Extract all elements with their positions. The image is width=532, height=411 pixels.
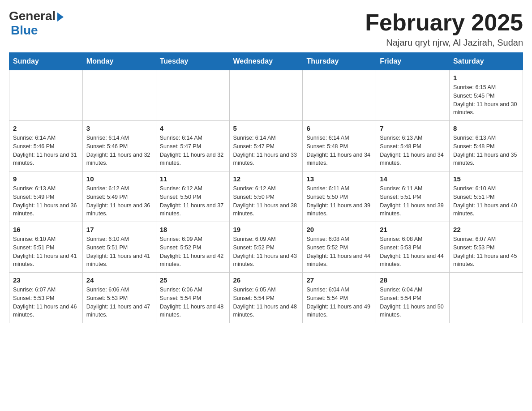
location-subtitle: Najaru qryt njrw, Al Jazirah, Sudan: [365, 38, 523, 48]
calendar-day-cell: 19Sunrise: 6:09 AM Sunset: 5:52 PM Dayli…: [229, 222, 303, 273]
day-info: Sunrise: 6:11 AM Sunset: 5:51 PM Dayligh…: [380, 184, 446, 218]
calendar-day-cell: 20Sunrise: 6:08 AM Sunset: 5:52 PM Dayli…: [303, 222, 376, 273]
weekday-header-sunday: Sunday: [9, 53, 83, 70]
day-number: 23: [13, 276, 79, 284]
calendar-day-cell: 17Sunrise: 6:10 AM Sunset: 5:51 PM Dayli…: [82, 222, 156, 273]
day-number: 4: [160, 124, 226, 132]
calendar-day-cell: 5Sunrise: 6:14 AM Sunset: 5:47 PM Daylig…: [229, 121, 303, 171]
calendar-day-cell: 11Sunrise: 6:12 AM Sunset: 5:50 PM Dayli…: [156, 171, 229, 222]
calendar-day-cell: 8Sunrise: 6:13 AM Sunset: 5:48 PM Daylig…: [450, 121, 523, 171]
day-info: Sunrise: 6:10 AM Sunset: 5:51 PM Dayligh…: [13, 235, 79, 269]
calendar-day-cell: 3Sunrise: 6:14 AM Sunset: 5:46 PM Daylig…: [82, 121, 156, 171]
day-info: Sunrise: 6:04 AM Sunset: 5:54 PM Dayligh…: [306, 286, 372, 319]
day-number: 10: [86, 175, 152, 183]
calendar-day-cell: 10Sunrise: 6:12 AM Sunset: 5:49 PM Dayli…: [82, 171, 156, 222]
day-info: Sunrise: 6:05 AM Sunset: 5:54 PM Dayligh…: [233, 286, 299, 319]
calendar-day-cell: 16Sunrise: 6:10 AM Sunset: 5:51 PM Dayli…: [9, 222, 83, 273]
day-number: 9: [13, 175, 79, 183]
calendar-day-cell: [9, 70, 83, 121]
day-info: Sunrise: 6:14 AM Sunset: 5:46 PM Dayligh…: [13, 134, 79, 167]
calendar-week-row: 9Sunrise: 6:13 AM Sunset: 5:49 PM Daylig…: [9, 171, 523, 222]
day-info: Sunrise: 6:13 AM Sunset: 5:48 PM Dayligh…: [453, 134, 519, 167]
day-info: Sunrise: 6:08 AM Sunset: 5:53 PM Dayligh…: [380, 235, 446, 269]
day-info: Sunrise: 6:14 AM Sunset: 5:48 PM Dayligh…: [306, 134, 372, 167]
calendar-day-cell: 26Sunrise: 6:05 AM Sunset: 5:54 PM Dayli…: [229, 273, 303, 323]
calendar-week-row: 16Sunrise: 6:10 AM Sunset: 5:51 PM Dayli…: [9, 222, 523, 273]
day-number: 11: [160, 175, 226, 183]
day-info: Sunrise: 6:12 AM Sunset: 5:49 PM Dayligh…: [86, 184, 152, 218]
logo-blue-text: Blue: [11, 23, 38, 37]
title-block: February 2025 Najaru qryt njrw, Al Jazir…: [365, 9, 523, 48]
day-number: 5: [233, 124, 299, 132]
day-number: 18: [160, 226, 226, 233]
day-info: Sunrise: 6:14 AM Sunset: 5:47 PM Dayligh…: [160, 134, 226, 167]
calendar-day-cell: 28Sunrise: 6:04 AM Sunset: 5:54 PM Dayli…: [376, 273, 450, 323]
calendar-table: SundayMondayTuesdayWednesdayThursdayFrid…: [9, 52, 523, 323]
logo-arrow-icon: [57, 13, 64, 21]
calendar-day-cell: [303, 70, 376, 121]
month-title: February 2025: [365, 9, 523, 36]
day-number: 1: [453, 74, 519, 81]
weekday-header-friday: Friday: [376, 53, 450, 70]
calendar-day-cell: 23Sunrise: 6:07 AM Sunset: 5:53 PM Dayli…: [9, 273, 83, 323]
page-header: General Blue February 2025 Najaru qryt n…: [9, 9, 523, 48]
calendar-week-row: 1Sunrise: 6:15 AM Sunset: 5:45 PM Daylig…: [9, 70, 523, 121]
calendar-day-cell: 15Sunrise: 6:10 AM Sunset: 5:51 PM Dayli…: [450, 171, 523, 222]
day-info: Sunrise: 6:12 AM Sunset: 5:50 PM Dayligh…: [160, 184, 226, 218]
calendar-week-row: 23Sunrise: 6:07 AM Sunset: 5:53 PM Dayli…: [9, 273, 523, 323]
day-info: Sunrise: 6:15 AM Sunset: 5:45 PM Dayligh…: [453, 83, 519, 117]
logo: General Blue: [9, 9, 64, 38]
day-number: 7: [380, 124, 446, 132]
calendar-day-cell: 14Sunrise: 6:11 AM Sunset: 5:51 PM Dayli…: [376, 171, 450, 222]
day-info: Sunrise: 6:06 AM Sunset: 5:53 PM Dayligh…: [86, 286, 152, 319]
calendar-day-cell: 1Sunrise: 6:15 AM Sunset: 5:45 PM Daylig…: [450, 70, 523, 121]
day-number: 17: [86, 226, 152, 233]
calendar-day-cell: 9Sunrise: 6:13 AM Sunset: 5:49 PM Daylig…: [9, 171, 83, 222]
logo-general-text: General: [9, 9, 56, 23]
day-info: Sunrise: 6:09 AM Sunset: 5:52 PM Dayligh…: [160, 235, 226, 269]
weekday-header-monday: Monday: [82, 53, 156, 70]
calendar-day-cell: 22Sunrise: 6:07 AM Sunset: 5:53 PM Dayli…: [450, 222, 523, 273]
weekday-header-row: SundayMondayTuesdayWednesdayThursdayFrid…: [9, 53, 523, 70]
day-info: Sunrise: 6:08 AM Sunset: 5:52 PM Dayligh…: [306, 235, 372, 269]
day-info: Sunrise: 6:07 AM Sunset: 5:53 PM Dayligh…: [13, 286, 79, 319]
weekday-header-thursday: Thursday: [303, 53, 376, 70]
calendar-week-row: 2Sunrise: 6:14 AM Sunset: 5:46 PM Daylig…: [9, 121, 523, 171]
day-number: 3: [86, 124, 152, 132]
day-number: 19: [233, 226, 299, 233]
day-info: Sunrise: 6:13 AM Sunset: 5:49 PM Dayligh…: [13, 184, 79, 218]
day-number: 26: [233, 276, 299, 284]
day-info: Sunrise: 6:07 AM Sunset: 5:53 PM Dayligh…: [453, 235, 519, 269]
calendar-day-cell: 12Sunrise: 6:12 AM Sunset: 5:50 PM Dayli…: [229, 171, 303, 222]
day-info: Sunrise: 6:13 AM Sunset: 5:48 PM Dayligh…: [380, 134, 446, 167]
day-number: 25: [160, 276, 226, 284]
weekday-header-wednesday: Wednesday: [229, 53, 303, 70]
calendar-day-cell: 6Sunrise: 6:14 AM Sunset: 5:48 PM Daylig…: [303, 121, 376, 171]
day-number: 6: [306, 124, 372, 132]
day-info: Sunrise: 6:12 AM Sunset: 5:50 PM Dayligh…: [233, 184, 299, 218]
day-number: 14: [380, 175, 446, 183]
calendar-day-cell: 4Sunrise: 6:14 AM Sunset: 5:47 PM Daylig…: [156, 121, 229, 171]
calendar-day-cell: 24Sunrise: 6:06 AM Sunset: 5:53 PM Dayli…: [82, 273, 156, 323]
day-info: Sunrise: 6:14 AM Sunset: 5:47 PM Dayligh…: [233, 134, 299, 167]
day-number: 21: [380, 226, 446, 233]
day-info: Sunrise: 6:06 AM Sunset: 5:54 PM Dayligh…: [160, 286, 226, 319]
day-number: 22: [453, 226, 519, 233]
calendar-day-cell: [229, 70, 303, 121]
day-info: Sunrise: 6:14 AM Sunset: 5:46 PM Dayligh…: [86, 134, 152, 167]
day-number: 16: [13, 226, 79, 233]
calendar-day-cell: 18Sunrise: 6:09 AM Sunset: 5:52 PM Dayli…: [156, 222, 229, 273]
day-info: Sunrise: 6:10 AM Sunset: 5:51 PM Dayligh…: [453, 184, 519, 218]
calendar-day-cell: 21Sunrise: 6:08 AM Sunset: 5:53 PM Dayli…: [376, 222, 450, 273]
day-number: 28: [380, 276, 446, 284]
calendar-day-cell: 13Sunrise: 6:11 AM Sunset: 5:50 PM Dayli…: [303, 171, 376, 222]
calendar-day-cell: 2Sunrise: 6:14 AM Sunset: 5:46 PM Daylig…: [9, 121, 83, 171]
day-number: 13: [306, 175, 372, 183]
calendar-day-cell: [376, 70, 450, 121]
calendar-day-cell: [450, 273, 523, 323]
day-info: Sunrise: 6:09 AM Sunset: 5:52 PM Dayligh…: [233, 235, 299, 269]
weekday-header-saturday: Saturday: [450, 53, 523, 70]
day-number: 2: [13, 124, 79, 132]
day-number: 20: [306, 226, 372, 233]
day-number: 12: [233, 175, 299, 183]
